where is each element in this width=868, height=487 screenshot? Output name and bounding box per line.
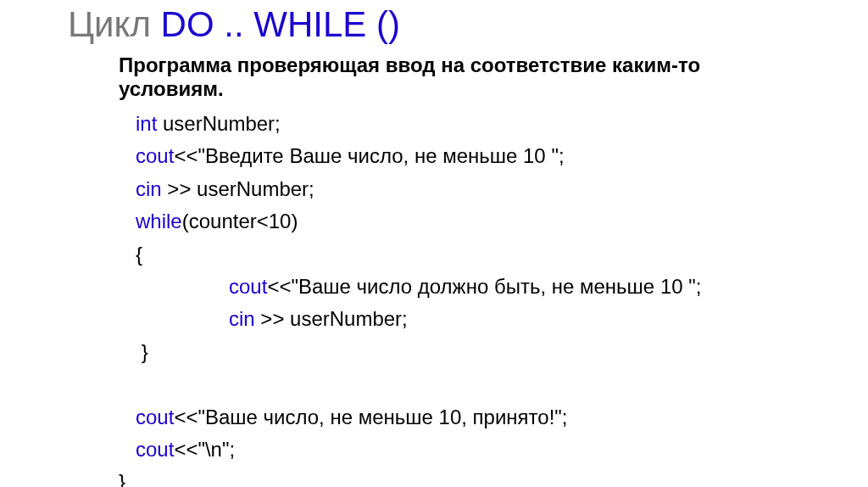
code-line-4: while(counter<10) [136, 205, 800, 238]
keyword-cout: cout [229, 275, 267, 298]
code-line-8: } [136, 336, 800, 368]
code-line-1: int userNumber; [136, 108, 800, 140]
keyword-int: int [136, 112, 163, 135]
code-text: <<"Введите Ваше число, не меньше 10 "; [174, 144, 564, 167]
code-line-11: cout<<"\n"; [136, 434, 800, 466]
code-line-10: cout<<"Ваше число, не меньше 10, принято… [136, 401, 800, 434]
page-title: Цикл DO .. WHILE () [68, 4, 800, 45]
code-line-6: cout<<"Ваше число должно быть, не меньше… [229, 271, 800, 303]
code-line-12: } [119, 466, 800, 487]
code-block: int userNumber; cout<<"Введите Ваше числ… [136, 108, 800, 487]
title-prefix: Цикл [68, 4, 161, 44]
code-text: <<"\n"; [174, 438, 235, 461]
code-text: >> userNumber; [167, 177, 314, 200]
code-line-2: cout<<"Введите Ваше число, не меньше 10 … [136, 140, 800, 172]
keyword-cout: cout [136, 144, 174, 167]
keyword-while: while [136, 210, 182, 232]
title-keyword: DO .. WHILE () [161, 4, 400, 44]
code-line-5: { [136, 238, 800, 271]
subtitle-text: Программа проверяющая ввод на соответств… [119, 53, 800, 101]
code-line-7: cin >> userNumber; [229, 303, 800, 335]
keyword-cout: cout [136, 406, 174, 428]
code-text: >> userNumber; [260, 307, 407, 330]
code-text: userNumber; [163, 112, 281, 135]
code-line-3: cin >> userNumber; [136, 173, 800, 205]
code-text: <<"Ваше число, не меньше 10, принято!"; [174, 406, 567, 428]
code-text: <<"Ваше число должно быть, не меньше 10 … [267, 275, 701, 298]
code-line-9 [136, 368, 800, 400]
keyword-cout: cout [136, 438, 174, 461]
keyword-cin: cin [136, 177, 167, 200]
keyword-cin: cin [229, 307, 260, 330]
code-text: (counter<10) [182, 210, 298, 232]
slide-container: Цикл DO .. WHILE () Программа проверяюща… [0, 0, 868, 487]
